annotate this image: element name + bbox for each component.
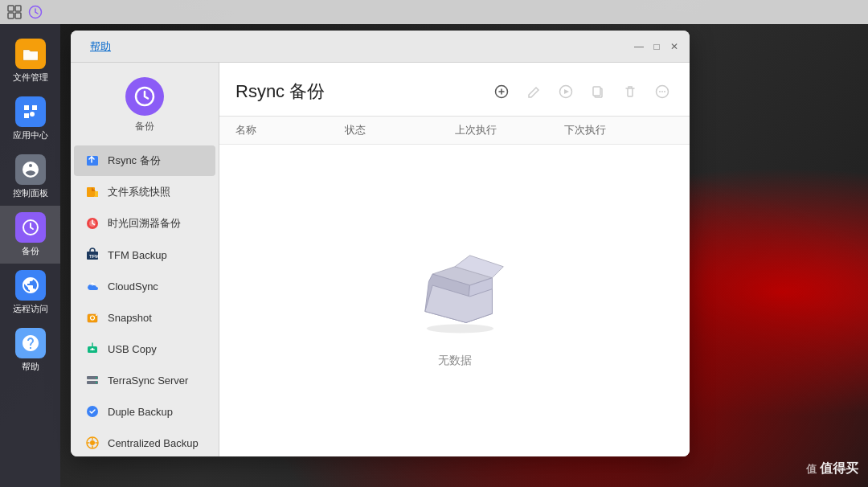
- sidebar-item-time-machine[interactable]: 时光回溯器备份: [74, 208, 215, 239]
- centralized-backup-icon: [84, 434, 101, 452]
- dock-item-help[interactable]: 帮助: [0, 321, 60, 379]
- svg-point-25: [90, 440, 95, 445]
- taskbar-clock-icon[interactable]: [27, 4, 43, 20]
- sidebar-header: 备份: [71, 69, 219, 145]
- toolbar-edit-button[interactable]: [522, 80, 545, 103]
- toolbar-copy-button[interactable]: [587, 80, 609, 103]
- dock-label-app-center: 应用中心: [13, 129, 48, 141]
- empty-label: 无数据: [438, 354, 472, 368]
- snapshot-icon: [84, 309, 101, 326]
- svg-point-32: [661, 91, 663, 92]
- sidebar-label-centralized-backup: Centralized Backup: [108, 437, 199, 449]
- usb-copy-icon: [84, 340, 101, 358]
- window-minimize-button[interactable]: —: [633, 41, 645, 52]
- toolbar: [490, 76, 674, 108]
- remote-access-icon: [15, 270, 46, 301]
- dock-label-help: 帮助: [22, 361, 39, 373]
- file-manager-icon: [15, 39, 46, 69]
- sidebar-item-duple-backup[interactable]: Duple Backup: [74, 396, 215, 427]
- taskbar-window-icon[interactable]: [6, 4, 23, 20]
- sidebar-item-tfm-backup[interactable]: TFM TFM Backup: [74, 239, 215, 270]
- col-status: 状态: [345, 123, 454, 137]
- rsync-backup-icon: [84, 152, 101, 170]
- sidebar-app-icon: [125, 77, 164, 116]
- sidebar: 备份 Rsync 备份: [71, 63, 219, 456]
- svg-point-22: [96, 382, 97, 383]
- sidebar-label-rsync-backup: Rsync 备份: [108, 153, 161, 168]
- dock-label-backup: 备份: [22, 245, 39, 257]
- col-next-run: 下次执行: [564, 123, 674, 137]
- dock-item-remote-access[interactable]: 远程访问: [0, 264, 60, 321]
- col-name: 名称: [235, 123, 345, 137]
- svg-rect-5: [23, 51, 38, 59]
- sidebar-label-file-snapshot: 文件系统快照: [108, 185, 170, 199]
- toolbar-delete-button[interactable]: [619, 80, 641, 103]
- time-machine-icon: [84, 215, 101, 232]
- terrasync-server-icon: [84, 371, 101, 389]
- svg-point-16: [96, 314, 97, 316]
- toolbar-add-button[interactable]: [490, 80, 513, 103]
- sidebar-item-usb-copy[interactable]: USB Copy: [74, 334, 215, 364]
- sidebar-label-duple-backup: Duple Backup: [108, 406, 173, 418]
- file-snapshot-icon: [84, 183, 101, 201]
- sidebar-item-cloud-sync[interactable]: CloudSync: [74, 271, 215, 301]
- dock-item-backup[interactable]: 备份: [0, 206, 60, 264]
- control-panel-icon: [15, 154, 46, 185]
- svg-text:TFM: TFM: [89, 254, 99, 259]
- sidebar-label-cloud-sync: CloudSync: [108, 280, 158, 293]
- svg-rect-1: [15, 6, 21, 11]
- help-icon: [15, 328, 46, 358]
- sidebar-label-usb-copy: USB Copy: [108, 343, 157, 355]
- toolbar-play-button[interactable]: [555, 80, 577, 103]
- dock: 文件管理 应用中心 控制面板 备份: [0, 24, 60, 487]
- window-help-link[interactable]: 帮助: [90, 39, 111, 54]
- backup-icon: [15, 212, 46, 243]
- window-controls: — □ ✕: [633, 41, 680, 52]
- duple-backup-icon: [84, 403, 101, 420]
- app-center-icon: [15, 96, 46, 127]
- svg-point-33: [664, 91, 665, 92]
- svg-point-34: [426, 324, 493, 333]
- svg-point-21: [96, 377, 97, 379]
- cloud-sync-icon: [84, 277, 101, 295]
- content-header: Rsync 备份: [219, 63, 690, 117]
- dock-label-file-manager: 文件管理: [13, 72, 48, 84]
- dock-item-control-panel[interactable]: 控制面板: [0, 148, 60, 206]
- svg-rect-0: [8, 6, 14, 11]
- sidebar-label-time-machine: 时光回溯器备份: [108, 216, 181, 231]
- sidebar-item-rsync-backup[interactable]: Rsync 备份: [74, 145, 215, 176]
- dock-item-file-manager[interactable]: 文件管理: [0, 32, 60, 90]
- main-window: 帮助 — □ ✕ 备份: [71, 31, 690, 456]
- sidebar-item-terrasync-server[interactable]: TerraSync Server: [74, 365, 215, 395]
- empty-box-illustration: [395, 233, 515, 338]
- dock-label-control-panel: 控制面板: [13, 187, 48, 199]
- svg-rect-2: [8, 13, 14, 18]
- empty-state: 无数据: [219, 145, 690, 456]
- sidebar-item-snapshot[interactable]: Snapshot: [74, 302, 215, 333]
- svg-rect-29: [593, 87, 600, 96]
- sidebar-item-centralized-backup[interactable]: Centralized Backup: [74, 428, 215, 456]
- toolbar-more-button[interactable]: [651, 80, 674, 103]
- sidebar-label-terrasync-server: TerraSync Server: [108, 374, 188, 387]
- taskbar: [0, 0, 868, 24]
- page-title: Rsync 备份: [235, 80, 325, 104]
- svg-point-31: [659, 91, 661, 92]
- table-header: 名称 状态 上次执行 下次执行: [219, 117, 690, 145]
- tfm-backup-icon: TFM: [84, 246, 101, 264]
- col-last-run: 上次执行: [455, 123, 564, 137]
- window-body: 备份 Rsync 备份: [71, 63, 690, 456]
- svg-rect-3: [15, 13, 21, 18]
- sidebar-label-tfm-backup: TFM Backup: [108, 249, 167, 261]
- dock-label-remote-access: 远程访问: [13, 303, 48, 315]
- sidebar-app-label: 备份: [135, 120, 154, 133]
- main-content: Rsync 备份: [219, 63, 690, 456]
- window-titlebar: 帮助 — □ ✕: [71, 31, 690, 63]
- window-maximize-button[interactable]: □: [651, 41, 662, 52]
- svg-rect-9: [87, 187, 95, 197]
- watermark: 值 值得买: [806, 460, 858, 477]
- dock-item-app-center[interactable]: 应用中心: [0, 90, 60, 148]
- sidebar-label-snapshot: Snapshot: [108, 312, 152, 324]
- sidebar-item-file-snapshot[interactable]: 文件系统快照: [74, 177, 215, 207]
- window-close-button[interactable]: ✕: [669, 41, 680, 52]
